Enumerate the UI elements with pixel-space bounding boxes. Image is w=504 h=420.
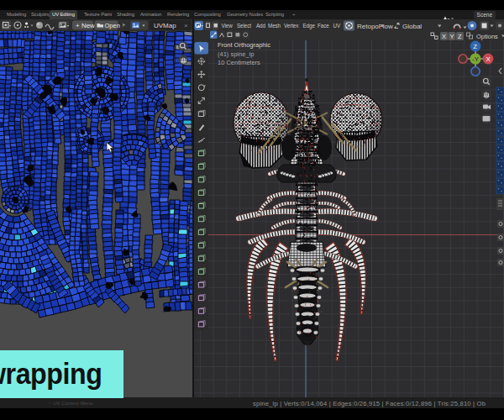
svg-text:10 Centimeters: 10 Centimeters xyxy=(218,59,260,66)
svg-text:X: X xyxy=(442,32,446,39)
svg-text:×: × xyxy=(184,22,188,29)
svg-text:Global: Global xyxy=(402,23,422,30)
svg-text:(41) spine_lp: (41) spine_lp xyxy=(218,50,254,58)
svg-text:RetopoFlow: RetopoFlow xyxy=(357,23,393,30)
svg-text:UVMap: UVMap xyxy=(154,22,176,29)
svg-text:+ New: + New xyxy=(76,22,95,29)
svg-text:-Y: -Y xyxy=(472,55,480,63)
svg-text:Front Orthographic: Front Orthographic xyxy=(218,41,270,49)
svg-text:Options: Options xyxy=(476,33,498,40)
svg-text:Z: Z xyxy=(458,32,462,39)
svg-text:Z: Z xyxy=(473,43,477,50)
svg-text:X: X xyxy=(486,55,491,63)
svg-text:Open: Open xyxy=(105,22,120,29)
svg-text:Y: Y xyxy=(450,32,454,39)
